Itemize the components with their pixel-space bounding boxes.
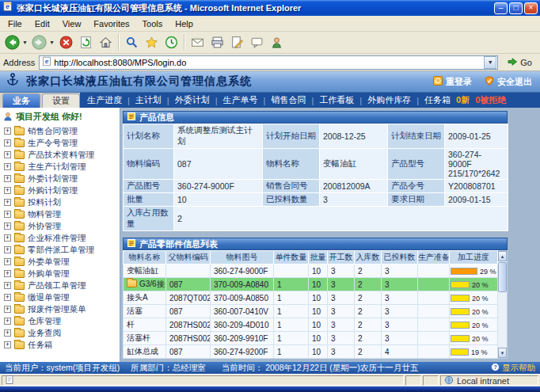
menu-item-view[interactable]: View [56, 17, 88, 30]
expand-icon[interactable]: + [4, 187, 11, 194]
back-icon[interactable] [2, 32, 22, 52]
expand-icon[interactable]: + [4, 329, 11, 337]
close-button[interactable]: × [524, 2, 538, 14]
forward-icon[interactable] [29, 32, 49, 52]
menu-item-file[interactable]: File [2, 17, 29, 30]
sidebar-item[interactable]: +外委单管理 [0, 256, 120, 268]
mail-icon[interactable] [188, 32, 207, 52]
parts-row[interactable]: 缸体总成087360-274-9200F11032419 % [124, 345, 498, 359]
expand-icon[interactable]: + [4, 246, 11, 253]
expand-icon[interactable]: + [4, 163, 11, 170]
scroll-thumb[interactable] [498, 262, 507, 292]
nav-item[interactable]: 销售合同 [271, 94, 306, 106]
tab-settings[interactable]: 设置 [42, 93, 80, 108]
parts-scrollbar[interactable]: ▲ ▼ [498, 250, 508, 359]
sidebar-item[interactable]: +仓库管理 [0, 315, 120, 327]
sidebar-item[interactable]: +任务箱 [0, 339, 120, 351]
relogin-button[interactable]: 重登录 [433, 76, 472, 88]
dropdown-caret-icon[interactable]: ▼ [49, 40, 56, 45]
address-dropdown-button[interactable]: ▼ [484, 56, 496, 69]
sidebar-item[interactable]: +外委计划管理 [0, 173, 120, 185]
expand-icon[interactable]: + [4, 282, 11, 289]
show-help-button[interactable]: ? 显示帮助 [491, 363, 535, 374]
sidebar-item[interactable]: +产品领工单管理 [0, 280, 120, 291]
sidebar-item[interactable]: +业务查阅 [0, 327, 120, 339]
history-icon[interactable] [162, 32, 181, 52]
current-time-text: 当前时间： 2008年12月22日 (星期一)农历十一月廿五 [222, 363, 419, 374]
expand-icon[interactable]: + [4, 151, 11, 158]
expand-icon[interactable]: + [4, 341, 11, 348]
sidebar-item[interactable]: +外购计划管理 [0, 185, 120, 196]
parts-row[interactable]: 接头A2087QT002370-009-A085011032320 % [124, 291, 498, 305]
sidebar-item[interactable]: +物料管理 [0, 208, 120, 220]
scroll-up-button[interactable]: ▲ [498, 251, 507, 261]
nav-item[interactable]: 任务箱 [424, 94, 451, 106]
expand-icon[interactable]: + [4, 294, 11, 301]
favorites-icon[interactable] [142, 32, 162, 52]
sidebar-item[interactable]: +生产令号管理 [0, 137, 120, 149]
expand-icon[interactable]: + [4, 127, 11, 135]
minimize-button[interactable]: – [494, 2, 508, 14]
nav-item[interactable]: 生产单号 [223, 94, 258, 106]
messenger-icon[interactable] [267, 32, 287, 52]
expand-icon[interactable]: + [4, 211, 11, 218]
sidebar-item[interactable]: +缴退单管理 [0, 291, 120, 303]
product-info-body: 计划名称系统调整后测试主计划计划开始日期2008-12-25计划结束日期2009… [124, 124, 508, 231]
refresh-icon[interactable] [76, 32, 96, 52]
menu-item-favorites[interactable]: Favorites [87, 17, 135, 30]
sidebar-item[interactable]: +主生产计划管理 [0, 161, 120, 173]
discuss-icon[interactable] [247, 32, 267, 52]
print-icon[interactable] [207, 32, 227, 52]
expand-icon[interactable]: + [4, 234, 11, 242]
parts-row[interactable]: G3/6接头087370-009-A084011032320 % [124, 278, 498, 291]
nav-item[interactable]: 外购件库存 [367, 94, 411, 106]
info-value: 2008-12-25 [320, 124, 388, 149]
expand-icon[interactable]: + [4, 306, 11, 313]
go-button[interactable]: Go [502, 56, 537, 69]
dropdown-caret-icon[interactable]: ▼ [22, 40, 29, 45]
sidebar-item[interactable]: +零部件派工单管理 [0, 244, 120, 256]
scroll-down-button[interactable]: ▼ [498, 348, 507, 358]
expand-icon[interactable]: + [4, 223, 11, 230]
stop-icon[interactable] [56, 32, 76, 52]
scroll-track[interactable] [498, 261, 507, 348]
menu-item-help[interactable]: Help [169, 17, 200, 30]
sidebar-item[interactable]: +投料计划 [0, 196, 120, 208]
parts-row[interactable]: 活塞杆2087HS002360-209-9910F11032320 % [124, 332, 498, 345]
menu-item-edit[interactable]: Edit [29, 17, 56, 30]
expand-icon[interactable]: + [4, 270, 11, 277]
expand-icon[interactable]: + [4, 199, 11, 206]
sidebar-item[interactable]: +销售合同管理 [0, 125, 120, 137]
parts-row[interactable]: 活塞087360-007-0410V11032320 % [124, 305, 498, 318]
sidebar-item-label: 任务箱 [28, 340, 53, 351]
sidebar-item[interactable]: +产品技术资料管理 [0, 149, 120, 161]
parts-cell: 3 [382, 278, 418, 291]
address-input[interactable] [54, 56, 482, 68]
sidebar-item[interactable]: +外购单管理 [0, 268, 120, 280]
nav-separator: | [167, 96, 169, 105]
menu-item-tools[interactable]: Tools [136, 17, 169, 30]
current-user-text: 当前用户：system(项目开发组) [5, 363, 120, 374]
relogin-label: 重登录 [446, 76, 472, 88]
sidebar-item[interactable]: +报废件管理菜单 [0, 303, 120, 315]
maximize-button[interactable]: □ [509, 2, 523, 14]
sidebar-item[interactable]: +外协管理 [0, 220, 120, 232]
expand-icon[interactable]: + [4, 318, 11, 325]
tab-business[interactable]: 业务 [2, 93, 40, 108]
nav-item[interactable]: 生产进度 [87, 94, 122, 106]
expand-icon[interactable]: + [4, 175, 11, 182]
parts-row[interactable]: 杆2087HS002360-209-4D01011032320 % [124, 318, 498, 332]
edit-icon[interactable] [227, 32, 247, 52]
sidebar-item[interactable]: +企业标准件管理 [0, 232, 120, 244]
nav-item[interactable]: 工作看板 [319, 94, 354, 106]
nav-item[interactable]: 主计划 [135, 94, 162, 106]
home-icon[interactable] [96, 32, 116, 52]
expand-icon[interactable]: + [4, 139, 11, 147]
nav-item[interactable]: 外委计划 [175, 94, 210, 106]
parts-row[interactable]: 变幅油缸360-274-9000F1032329 % [124, 265, 498, 278]
expand-icon[interactable]: + [4, 258, 11, 265]
parts-cell: 1 [274, 305, 309, 318]
title-bar[interactable]: e 张家口长城液压油缸有限公司管理信息系统 - Microsoft Intern… [0, 0, 540, 16]
search-icon[interactable] [122, 32, 142, 52]
logout-button[interactable]: 安全退出 [485, 76, 532, 88]
